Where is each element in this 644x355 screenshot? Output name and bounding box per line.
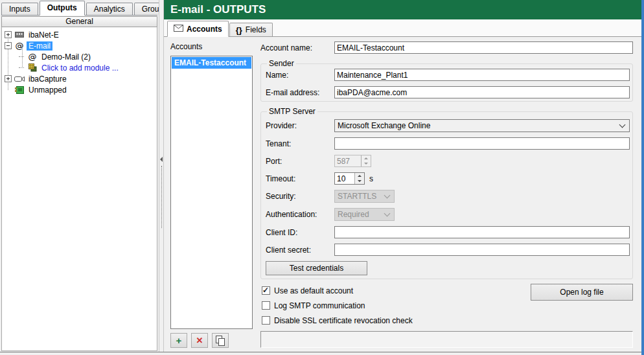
account-form: Account name: Sender Name: E-mail addres… xyxy=(260,37,633,279)
authentication-label: Authentication: xyxy=(266,210,334,219)
timeout-label: Timeout: xyxy=(266,174,334,183)
page-title: E-mail - OUTPUTS xyxy=(164,0,641,19)
tree-item-ibanet-e[interactable]: ibaNet-E xyxy=(2,29,157,40)
accounts-list-label: Accounts xyxy=(170,42,202,51)
spin-down-button[interactable] xyxy=(355,179,364,185)
add-module-link[interactable]: Click to add module ... xyxy=(40,63,121,73)
add-account-button[interactable]: + xyxy=(170,333,187,348)
account-list-buttons: + ✕ xyxy=(170,333,229,348)
sender-name-label: Name: xyxy=(266,71,334,80)
open-log-file-button[interactable]: Open log file xyxy=(531,284,633,301)
sender-groupbox-title: Sender xyxy=(267,59,296,68)
sidebar: Inputs Outputs Analytics Groups General … xyxy=(0,0,159,352)
tree-item-ibacapture[interactable]: ibaCapture xyxy=(2,73,157,84)
port-input xyxy=(335,155,361,166)
delete-icon: ✕ xyxy=(196,336,203,345)
tab-accounts-label: Accounts xyxy=(187,25,222,34)
tree-item-label: Demo-Mail (2) xyxy=(40,52,93,62)
authentication-value: Required xyxy=(338,210,369,219)
tree-item-label: ibaNet-E xyxy=(27,30,61,40)
tree-item-unmapped[interactable]: Unmapped xyxy=(2,84,157,95)
smtp-groupbox-title: SMTP Server xyxy=(267,107,317,116)
provider-dropdown[interactable]: Microsoft Exchange Online xyxy=(334,119,630,132)
bottom-border xyxy=(0,352,641,355)
tree-item-label: Unmapped xyxy=(27,86,69,95)
chevron-down-icon xyxy=(619,122,626,128)
authentication-dropdown: Required xyxy=(334,208,395,221)
delete-account-button[interactable]: ✕ xyxy=(191,333,208,348)
sidebar-tab-strip: Inputs Outputs Analytics Groups xyxy=(1,1,157,16)
splitter-grip xyxy=(161,166,163,228)
tab-fields-label: Fields xyxy=(246,25,266,34)
status-message-box xyxy=(260,331,633,348)
copy-account-button[interactable] xyxy=(212,333,229,348)
disable-ssl-checkbox[interactable] xyxy=(262,316,270,325)
tab-analytics[interactable]: Analytics xyxy=(86,3,133,15)
default-account-checkbox[interactable] xyxy=(262,286,270,295)
tab-accounts[interactable]: Accounts xyxy=(167,21,229,37)
tree-item-label: ibaCapture xyxy=(27,74,69,84)
accounts-listbox[interactable]: EMAIL-Testaccount xyxy=(170,56,253,329)
tenant-label: Tenant: xyxy=(266,139,334,148)
main-tab-strip: Accounts {} Fields xyxy=(164,19,641,37)
docked-panel-edge xyxy=(641,0,644,355)
client-secret-input[interactable] xyxy=(334,244,630,256)
ibapda-window: Inputs Outputs Analytics Groups General … xyxy=(0,0,644,355)
copy-icon xyxy=(216,336,225,345)
sender-email-label: E-mail address: xyxy=(266,88,334,97)
log-smtp-label: Log SMTP communication xyxy=(274,301,365,310)
main-panel: E-mail - OUTPUTS Accounts {} Fields Acco… xyxy=(164,0,641,352)
braces-icon: {} xyxy=(236,25,242,35)
expand-icon[interactable] xyxy=(5,31,12,38)
tenant-input[interactable] xyxy=(334,137,630,150)
tab-inputs[interactable]: Inputs xyxy=(1,3,38,15)
option-default-account: Use as default account xyxy=(262,286,353,295)
timeout-unit-label: s xyxy=(369,174,373,183)
module-tree: ibaNet-E @ E-mail @ Demo-Mail (2) xyxy=(2,27,157,95)
accounts-tab-content: Accounts EMAIL-Testaccount + ✕ Account n… xyxy=(164,37,641,352)
panel-splitter[interactable] xyxy=(159,0,164,352)
tab-outputs[interactable]: Outputs xyxy=(40,1,85,16)
camera-icon xyxy=(14,74,25,84)
option-disable-ssl-check: Disable SSL certificate revocation check xyxy=(262,315,413,325)
log-smtp-checkbox[interactable] xyxy=(262,301,270,310)
provider-value: Microsoft Exchange Online xyxy=(338,121,430,130)
account-name-input[interactable] xyxy=(334,41,633,54)
test-credentials-button[interactable]: Test credentials xyxy=(266,261,367,275)
envelope-icon xyxy=(174,25,183,34)
account-name-label: Account name: xyxy=(260,43,334,52)
smtp-groupbox: SMTP Server Provider: Microsoft Exchange… xyxy=(260,107,633,279)
collapse-icon[interactable] xyxy=(5,42,12,49)
spin-up-button[interactable] xyxy=(355,173,364,179)
tree-item-demo-mail[interactable]: @ Demo-Mail (2) xyxy=(2,51,157,62)
option-log-smtp: Log SMTP communication xyxy=(262,301,365,310)
security-label: Security: xyxy=(266,192,334,201)
tree-item-label: E-mail xyxy=(27,41,52,51)
spin-down-button xyxy=(362,161,371,167)
chevron-down-icon xyxy=(384,211,391,217)
client-id-input[interactable] xyxy=(334,226,630,238)
timeout-input[interactable] xyxy=(335,173,354,184)
account-list-item[interactable]: EMAIL-Testaccount xyxy=(172,57,251,69)
disable-ssl-label: Disable SSL certificate revocation check xyxy=(274,316,413,325)
collapse-arrow-icon[interactable] xyxy=(160,157,163,162)
tab-fields[interactable]: {} Fields xyxy=(229,23,273,36)
tree-item-add-module[interactable]: Click to add module ... xyxy=(2,62,157,73)
chevron-down-icon xyxy=(384,192,391,199)
sender-email-input[interactable] xyxy=(334,86,630,98)
port-spinner xyxy=(334,155,371,167)
port-label: Port: xyxy=(266,157,334,166)
sender-name-input[interactable] xyxy=(334,69,630,81)
add-module-icon xyxy=(27,63,38,73)
tree-item-email[interactable]: @ E-mail xyxy=(2,40,157,51)
security-value: STARTTLS xyxy=(338,192,376,201)
client-id-label: Client ID: xyxy=(266,228,334,237)
security-dropdown: STARTTLS xyxy=(334,190,395,203)
expand-icon[interactable] xyxy=(5,75,12,82)
provider-label: Provider: xyxy=(266,121,334,130)
timeout-spinner[interactable] xyxy=(334,172,365,185)
board-icon xyxy=(14,85,25,95)
connector-icon xyxy=(14,30,25,40)
plus-icon: + xyxy=(176,336,182,345)
general-group-header[interactable]: General xyxy=(1,16,157,27)
